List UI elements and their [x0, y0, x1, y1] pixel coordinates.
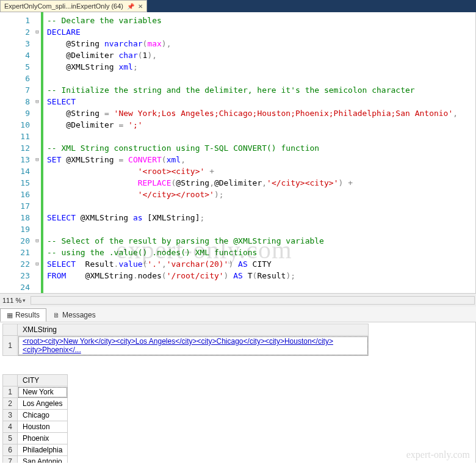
code-line[interactable]: @String nvarchar(max),	[47, 38, 475, 49]
fold-marker[interactable]	[34, 84, 41, 96]
cell[interactable]: San Antonio	[18, 456, 68, 463]
fold-marker[interactable]	[34, 142, 41, 154]
line-number-gutter: 123456789101112131415161718192021222324	[0, 12, 34, 293]
grid-icon: ▦	[7, 311, 13, 319]
fold-marker[interactable]	[34, 61, 41, 73]
messages-icon: 🗎	[53, 311, 60, 319]
fold-marker[interactable]	[34, 281, 41, 293]
result-grid-1[interactable]: XMLString 1 <root><city>New York</city><…	[2, 324, 369, 356]
fold-marker[interactable]	[34, 165, 41, 177]
fold-marker[interactable]	[34, 212, 41, 223]
line-number: 2	[0, 26, 30, 38]
line-number: 13	[0, 154, 30, 165]
code-text-area[interactable]: -- Declare the variablesDECLARE @String …	[43, 12, 475, 293]
xml-cell[interactable]: <root><city>New York</city><city>Los Ang…	[18, 336, 369, 356]
horizontal-scrollbar[interactable]	[31, 296, 475, 305]
line-number: 9	[0, 107, 30, 119]
line-number: 21	[0, 247, 30, 258]
table-row[interactable]: 4Houston	[3, 421, 68, 433]
column-header[interactable]: XMLString	[18, 324, 369, 336]
code-line[interactable]: @XMLString xml;	[47, 61, 475, 73]
code-line[interactable]	[47, 223, 475, 235]
code-line[interactable]	[47, 200, 475, 212]
line-number: 20	[0, 235, 30, 247]
cell[interactable]: Chicago	[18, 410, 68, 421]
code-line[interactable]: REPLACE(@String,@Delimiter,'</city><city…	[47, 177, 475, 189]
fold-marker[interactable]	[34, 131, 41, 142]
table-row[interactable]: 3Chicago	[3, 410, 68, 421]
fold-marker[interactable]: ⊟	[34, 154, 41, 165]
line-number: 5	[0, 61, 30, 73]
table-row[interactable]: 5Phoenix	[3, 433, 68, 444]
code-line[interactable]: SELECT	[47, 96, 475, 107]
document-tab[interactable]: ExpertOnlyCom_spli...inExpertOnly (64) 📌…	[0, 0, 147, 12]
fold-marker[interactable]	[34, 73, 41, 84]
code-line[interactable]: SELECT Result.value('.','varchar(20)') A…	[47, 258, 475, 270]
code-line[interactable]	[47, 73, 475, 84]
code-line[interactable]: @Delimiter char(1),	[47, 49, 475, 61]
fold-marker[interactable]: ⊟	[34, 235, 41, 247]
line-number: 1	[0, 15, 30, 26]
cell[interactable]: Los Angeles	[18, 398, 68, 410]
fold-marker[interactable]: ⊟	[34, 96, 41, 107]
row-number: 5	[3, 433, 18, 444]
close-icon[interactable]: ✕	[138, 3, 143, 10]
fold-marker[interactable]	[34, 177, 41, 189]
line-number: 17	[0, 200, 30, 212]
column-header[interactable]: CITY	[18, 375, 68, 386]
tab-messages[interactable]: 🗎 Messages	[46, 308, 103, 322]
table-row[interactable]: 1New York	[3, 386, 68, 398]
fold-marker[interactable]	[34, 107, 41, 119]
table-row[interactable]: 7San Antonio	[3, 456, 68, 463]
code-line[interactable]: @String = 'New York;Los Angeles;Chicago;…	[47, 107, 475, 119]
cell[interactable]: Phoenix	[18, 433, 68, 444]
code-line[interactable]: FROM @XMLString.nodes('/root/city') AS T…	[47, 270, 475, 281]
document-tabs: ExpertOnlyCom_spli...inExpertOnly (64) 📌…	[0, 0, 147, 12]
table-row[interactable]: 6Philadelphia	[3, 444, 68, 456]
line-number: 24	[0, 281, 30, 293]
chevron-down-icon[interactable]: ▾	[23, 297, 26, 303]
cell[interactable]: Philadelphia	[18, 444, 68, 456]
code-fold-strip[interactable]: ⊟⊟⊟⊟⊟	[34, 12, 41, 293]
code-line[interactable]: @Delimiter = ';'	[47, 119, 475, 131]
code-editor[interactable]: 123456789101112131415161718192021222324 …	[0, 12, 476, 293]
tab-label: ExpertOnlyCom_spli...inExpertOnly (64)	[4, 2, 123, 10]
fold-marker[interactable]: ⊟	[34, 258, 41, 270]
code-line[interactable]: -- using the .value() .nodes() XML funct…	[47, 247, 475, 258]
fold-marker[interactable]	[34, 49, 41, 61]
code-line[interactable]: -- XML String construction using T-SQL C…	[47, 142, 475, 154]
fold-marker[interactable]	[34, 200, 41, 212]
line-number: 4	[0, 49, 30, 61]
code-line[interactable]	[47, 281, 475, 293]
code-line[interactable]: -- Select of the result by parsing the @…	[47, 235, 475, 247]
code-line[interactable]: -- Declare the variables	[47, 15, 475, 26]
row-number: 7	[3, 456, 18, 463]
line-number: 15	[0, 177, 30, 189]
fold-marker[interactable]	[34, 38, 41, 49]
fold-marker[interactable]	[34, 119, 41, 131]
cell[interactable]: Houston	[18, 421, 68, 433]
tab-results[interactable]: ▦ Results	[0, 308, 46, 322]
result-grid-2[interactable]: CITY 1New York2Los Angeles3Chicago4Houst…	[2, 374, 68, 463]
zoom-level[interactable]: 111 %	[2, 297, 21, 304]
code-line[interactable]	[47, 131, 475, 142]
code-line[interactable]: SET @XMLString = CONVERT(xml,	[47, 154, 475, 165]
pin-icon[interactable]: 📌	[127, 3, 134, 10]
code-line[interactable]: SELECT @XMLString as [XMLString];	[47, 212, 475, 223]
results-pane[interactable]: XMLString 1 <root><city>New York</city><…	[0, 322, 476, 463]
fold-marker[interactable]	[34, 15, 41, 26]
line-number: 11	[0, 131, 30, 142]
code-line[interactable]: DECLARE	[47, 26, 475, 38]
code-line[interactable]: '<root><city>' +	[47, 165, 475, 177]
results-tab-strip: ▦ Results 🗎 Messages	[0, 306, 476, 322]
cell[interactable]: New York	[18, 386, 68, 398]
fold-marker[interactable]	[34, 247, 41, 258]
table-row[interactable]: 2Los Angeles	[3, 398, 68, 410]
fold-marker[interactable]: ⊟	[34, 26, 41, 38]
fold-marker[interactable]	[34, 223, 41, 235]
code-line[interactable]: -- Initialize the string and the delimit…	[47, 84, 475, 96]
code-line[interactable]: '</city></root>');	[47, 189, 475, 200]
fold-marker[interactable]	[34, 189, 41, 200]
table-row[interactable]: 1 <root><city>New York</city><city>Los A…	[3, 336, 369, 356]
fold-marker[interactable]	[34, 270, 41, 281]
